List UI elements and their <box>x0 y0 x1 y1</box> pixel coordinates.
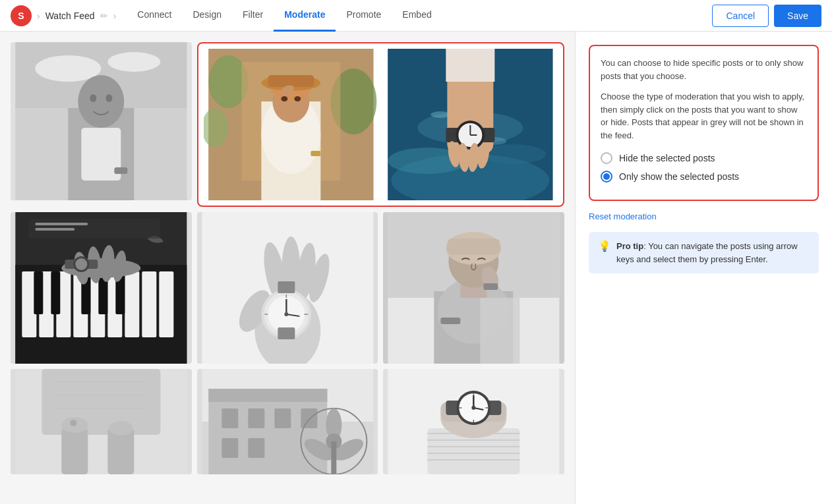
svg-rect-21 <box>268 75 314 87</box>
svg-rect-35 <box>446 49 495 82</box>
pro-tip-content: : You can navigate the posts using arrow… <box>616 241 798 264</box>
tab-connect[interactable]: Connect <box>127 0 182 32</box>
svg-rect-117 <box>222 408 238 428</box>
svg-point-23 <box>294 96 301 101</box>
breadcrumb-arrow-1: › <box>37 11 40 21</box>
svg-point-108 <box>109 421 133 435</box>
hide-posts-radio[interactable] <box>601 152 612 164</box>
tab-filter[interactable]: Filter <box>232 0 274 32</box>
moderation-desc-1: You can choose to hide specific posts or… <box>601 57 807 82</box>
svg-point-7 <box>105 94 112 102</box>
svg-rect-55 <box>159 271 173 337</box>
photo-item-woman-bw[interactable] <box>383 212 564 364</box>
hide-posts-label: Hide the selected posts <box>619 153 715 163</box>
svg-rect-9 <box>114 167 127 174</box>
pro-tip-text: Pro tip: You can navigate the posts usin… <box>616 240 810 266</box>
svg-rect-101 <box>484 283 498 290</box>
svg-rect-70 <box>35 223 88 225</box>
svg-rect-82 <box>278 281 295 293</box>
photo-item-wrist-watch[interactable] <box>383 369 564 474</box>
svg-rect-105 <box>61 428 88 474</box>
svg-rect-119 <box>274 408 291 428</box>
photo-color-watch-water[interactable] <box>383 49 558 200</box>
photo-item-1[interactable] <box>11 42 192 200</box>
show-posts-option[interactable]: Only show the selected posts <box>601 171 807 182</box>
show-posts-radio[interactable] <box>601 171 612 182</box>
radio-selected-indicator <box>603 173 610 180</box>
svg-rect-24 <box>311 151 320 156</box>
photo-item-hand-watch[interactable] <box>197 212 378 364</box>
tab-design[interactable]: Design <box>182 0 232 32</box>
main: You can choose to hide specific posts or… <box>0 32 832 504</box>
reset-moderation-link[interactable]: Reset moderation <box>589 211 819 221</box>
svg-rect-71 <box>35 228 74 231</box>
svg-point-143 <box>472 406 476 410</box>
pro-tip-bold-label: Pro tip <box>616 241 643 251</box>
photo-color-woman[interactable] <box>204 49 378 200</box>
svg-rect-54 <box>142 271 156 337</box>
photo-item-building[interactable] <box>197 369 378 474</box>
cancel-button[interactable]: Cancel <box>712 5 769 27</box>
pro-tip-box: 💡 Pro tip: You can navigate the posts us… <box>589 232 819 273</box>
feed-panel <box>0 32 575 504</box>
svg-rect-122 <box>248 438 264 458</box>
photo-item-legs[interactable] <box>11 369 192 474</box>
svg-rect-57 <box>51 271 60 314</box>
highlighted-photos <box>197 42 564 207</box>
svg-point-22 <box>281 96 287 101</box>
save-button[interactable]: Save <box>774 5 821 27</box>
svg-point-5 <box>78 75 124 128</box>
show-posts-label: Only show the selected posts <box>619 171 739 182</box>
header-actions: Cancel Save <box>712 5 821 27</box>
photo-item-piano[interactable] <box>11 212 192 364</box>
hide-posts-option[interactable]: Hide the selected posts <box>601 152 807 164</box>
breadcrumb-arrow-2: › <box>113 11 117 21</box>
logo: S <box>11 5 32 26</box>
svg-point-3 <box>107 52 160 72</box>
tab-moderate[interactable]: Moderate <box>274 0 336 32</box>
svg-rect-99 <box>448 238 500 255</box>
svg-rect-116 <box>208 389 327 402</box>
svg-point-86 <box>284 312 288 316</box>
bulb-icon: 💡 <box>598 240 611 252</box>
moderation-box: You can choose to hide specific posts or… <box>589 45 819 201</box>
svg-point-6 <box>90 94 96 102</box>
edit-icon[interactable]: ✏ <box>100 11 108 21</box>
svg-rect-118 <box>248 408 264 428</box>
feed-name: Watch Feed <box>45 11 95 21</box>
svg-rect-128 <box>331 441 336 474</box>
svg-point-109 <box>70 420 76 426</box>
svg-rect-56 <box>34 271 43 314</box>
tab-embed[interactable]: Embed <box>392 0 442 32</box>
photo-grid <box>11 42 564 474</box>
nav-tabs: Connect Design Filter Moderate Promote E… <box>127 0 442 32</box>
svg-rect-104 <box>42 369 160 435</box>
tab-promote[interactable]: Promote <box>336 0 392 32</box>
header: S › Watch Feed ✏ › Connect Design Filter… <box>0 0 832 32</box>
svg-rect-121 <box>222 438 238 458</box>
svg-rect-102 <box>481 298 520 364</box>
moderation-desc-2: Choose the type of moderation that you w… <box>601 90 807 142</box>
svg-point-68 <box>75 258 87 270</box>
sidebar: You can choose to hide specific posts or… <box>575 32 832 504</box>
svg-rect-95 <box>441 318 461 324</box>
svg-rect-53 <box>125 271 139 337</box>
svg-rect-120 <box>301 408 317 428</box>
